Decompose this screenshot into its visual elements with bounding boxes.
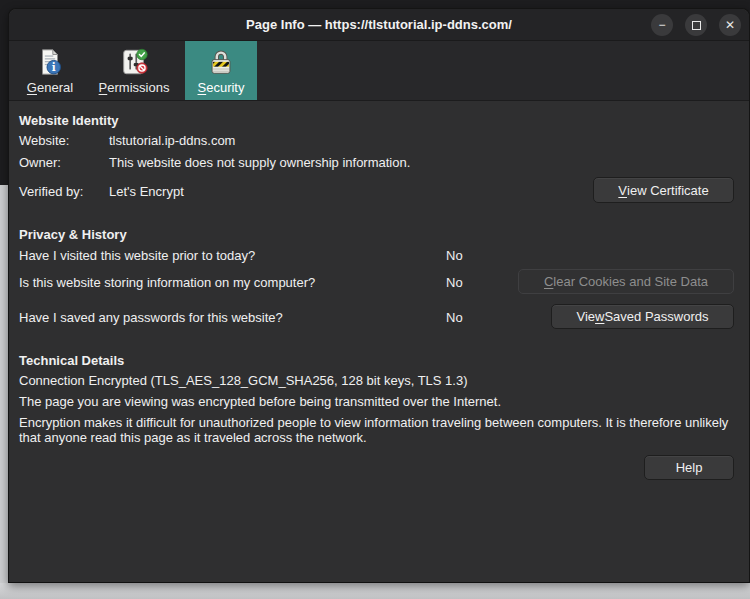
minimize-button[interactable]: − xyxy=(651,14,673,36)
label-part: lear Cookies and Site Data xyxy=(553,274,708,289)
mnemonic-letter: C xyxy=(544,274,553,289)
minimize-icon: − xyxy=(658,19,665,31)
encryption-explanation: Encryption makes it difficult for unauth… xyxy=(19,415,735,445)
background-window-bottom xyxy=(0,583,750,599)
view-certificate-button[interactable]: View Certificate xyxy=(593,177,734,203)
storing-answer: No xyxy=(446,275,463,290)
padlock-icon xyxy=(206,47,236,77)
tab-general-label: General xyxy=(27,80,73,95)
website-value: tlstutorial.ip-ddns.com xyxy=(109,133,235,148)
tab-permissions-label: Permissions xyxy=(99,80,170,95)
help-label: Help xyxy=(676,460,703,475)
owner-value: This website does not supply ownership i… xyxy=(109,155,410,170)
website-identity-heading: Website Identity xyxy=(19,113,118,128)
permissions-sliders-icon xyxy=(119,47,149,77)
security-panel: Website Identity Website: tlstutorial.ip… xyxy=(9,102,749,582)
close-button[interactable]: ✕ xyxy=(719,14,741,36)
mnemonic-letter: G xyxy=(27,80,37,95)
visited-answer: No xyxy=(446,248,463,263)
label-part: Vie xyxy=(576,309,595,324)
label-part: ecurity xyxy=(206,80,244,95)
window-title: Page Info — https://tlstutorial.ip-ddns.… xyxy=(9,9,749,40)
passwords-answer: No xyxy=(446,310,463,325)
tab-general[interactable]: i General xyxy=(17,41,83,100)
mnemonic-letter: S xyxy=(198,80,207,95)
window-controls: − ✕ xyxy=(651,14,741,36)
website-label: Website: xyxy=(19,133,69,148)
verified-by-value: Let's Encrypt xyxy=(109,184,184,199)
connection-encrypted-line: Connection Encrypted (TLS_AES_128_GCM_SH… xyxy=(19,373,468,388)
label-part: eneral xyxy=(37,80,73,95)
clear-cookies-button[interactable]: Clear Cookies and Site Data xyxy=(518,269,734,294)
privacy-history-heading: Privacy & History xyxy=(19,227,127,242)
close-icon: ✕ xyxy=(725,19,735,31)
tab-security[interactable]: Security xyxy=(185,41,257,100)
document-info-icon: i xyxy=(35,47,65,77)
maximize-icon xyxy=(692,21,701,30)
visited-question: Have I visited this website prior to tod… xyxy=(19,248,255,263)
label-part: iew Certificate xyxy=(627,183,709,198)
page-encrypted-line: The page you are viewing was encrypted b… xyxy=(19,394,501,409)
maximize-button[interactable] xyxy=(685,14,707,36)
screenshot-stage: Page Info — https://tlstutorial.ip-ddns.… xyxy=(0,0,750,599)
owner-label: Owner: xyxy=(19,155,61,170)
label-part: ermissions xyxy=(107,80,169,95)
storing-question: Is this website storing information on m… xyxy=(19,275,315,290)
mnemonic-letter: w xyxy=(595,309,604,324)
svg-text:i: i xyxy=(52,61,56,73)
tab-bar: i General xyxy=(9,41,749,101)
label-part: Saved Passwords xyxy=(604,309,708,324)
mnemonic-letter: P xyxy=(99,80,108,95)
background-window-edge xyxy=(0,185,8,583)
tab-security-label: Security xyxy=(198,80,245,95)
verified-by-label: Verified by: xyxy=(19,184,83,199)
help-button[interactable]: Help xyxy=(644,455,734,480)
passwords-question: Have I saved any passwords for this webs… xyxy=(19,310,283,325)
technical-details-heading: Technical Details xyxy=(19,353,124,368)
titlebar[interactable]: Page Info — https://tlstutorial.ip-ddns.… xyxy=(9,9,749,41)
mnemonic-letter: V xyxy=(618,183,627,198)
view-saved-passwords-button[interactable]: View Saved Passwords xyxy=(551,304,734,329)
page-info-window: Page Info — https://tlstutorial.ip-ddns.… xyxy=(8,8,750,583)
tab-permissions[interactable]: Permissions xyxy=(89,41,179,100)
